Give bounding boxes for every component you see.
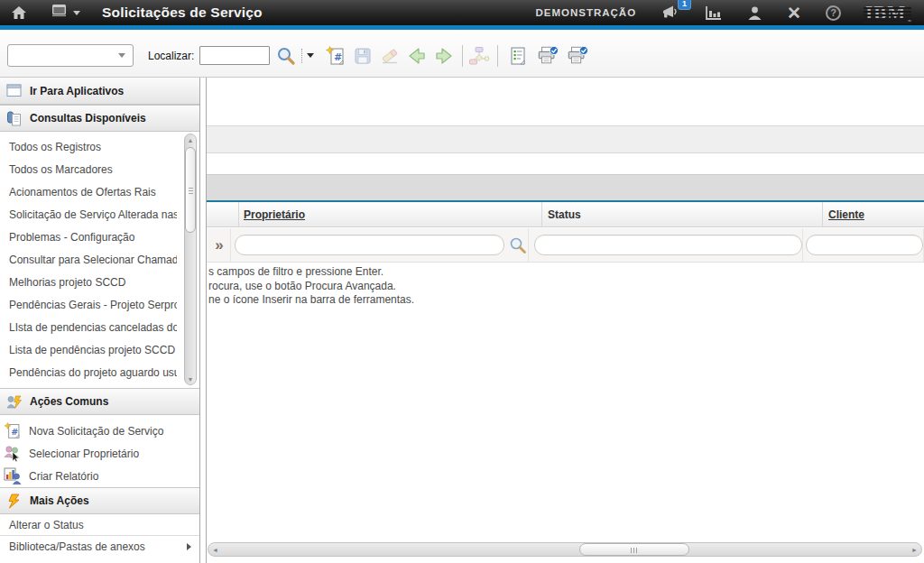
query-item[interactable]: Pendências Gerais - Projeto Serpro <box>0 294 177 317</box>
query-item[interactable]: Problemas - Configuração <box>0 226 177 249</box>
workflow-icon <box>468 46 490 66</box>
more-actions-list: Alterar o Status Biblioteca/Pastas de an… <box>0 514 199 558</box>
scrollbar-grip <box>631 548 639 553</box>
app-switcher-button[interactable] <box>51 4 80 22</box>
scroll-up-icon[interactable]: ▲ <box>185 134 196 145</box>
user-icon <box>747 5 762 21</box>
print-with-attachments-button[interactable] <box>567 45 588 67</box>
svg-text:#: # <box>11 427 18 437</box>
table-hint-text: s campos de filtro e pressione Enter. ro… <box>208 265 414 308</box>
action-create-report[interactable]: Criar Relatório <box>0 465 199 487</box>
sidebar-section-more-actions[interactable]: Mais Ações <box>0 487 199 514</box>
profile-button[interactable] <box>747 5 762 21</box>
scrollbar-thumb[interactable] <box>185 147 196 233</box>
record-dropdown[interactable] <box>7 44 134 67</box>
query-item[interactable]: Acionamentos de Ofertas Rais <box>0 181 177 204</box>
sidebar-section-common-actions[interactable]: Ações Comuns <box>0 388 199 415</box>
report-icon <box>509 46 527 66</box>
page-title: Solicitações de Serviço <box>102 5 263 21</box>
new-record-button[interactable]: # <box>325 45 346 67</box>
action-toolbar: Localizar: # <box>0 34 924 78</box>
workflow-button <box>468 45 490 67</box>
sidebar-section-label: Consultas Disponíveis <box>30 112 146 125</box>
action-select-owner[interactable]: Selecionar Proprietário <box>0 442 199 465</box>
print-button[interactable] <box>537 45 559 67</box>
sidebar-section-go-to-apps[interactable]: Ir Para Aplicativos <box>0 78 199 105</box>
table-filter-row: » <box>207 228 924 263</box>
search-options-button[interactable] <box>301 49 314 63</box>
filter-input-status[interactable] <box>534 235 802 255</box>
common-actions-icon <box>6 394 23 410</box>
filter-cell-status <box>529 228 803 262</box>
action-new-service-request[interactable]: # Nova Solicitação de Serviço <box>0 420 199 442</box>
topbar-right: DEMONSTRAÇÃO 1 <box>535 4 911 23</box>
previous-icon <box>407 46 427 66</box>
reports-button[interactable] <box>705 5 723 21</box>
chevron-down-icon <box>307 53 314 58</box>
search-icon <box>508 235 528 255</box>
submenu-arrow-icon <box>187 543 191 550</box>
query-item[interactable]: Consultar para Selecionar Chamado... <box>0 249 177 272</box>
query-item[interactable]: Todos os Marcadores <box>0 159 177 181</box>
filter-search-button[interactable] <box>508 235 528 255</box>
queries-icon <box>6 111 23 126</box>
query-item[interactable]: Melhorias projeto SCCD <box>0 272 177 294</box>
query-item[interactable]: LIsta de pendencias canceladas do p... <box>0 317 177 339</box>
filter-input-proprietario[interactable] <box>235 235 504 255</box>
run-reports-button[interactable] <box>507 45 529 67</box>
hint-line: rocura, use o botão Procura Avançada. <box>208 280 414 294</box>
column-header-proprietario: Proprietário <box>239 202 542 226</box>
queries-scrollbar[interactable]: ▲ ▼ <box>184 134 197 385</box>
filter-cell-proprietario <box>231 228 529 262</box>
app-window: Solicitações de Serviço DEMONSTRAÇÃO 1 <box>0 0 924 563</box>
action-label: Criar Relatório <box>29 470 98 483</box>
environment-label: DEMONSTRAÇÃO <box>535 7 636 18</box>
query-item[interactable]: Pendências do projeto aguardo usuário <box>0 362 177 384</box>
sidebar-section-available-queries[interactable]: Consultas Disponíveis <box>0 105 199 132</box>
find-input[interactable] <box>199 46 270 65</box>
filter-toggle-icon[interactable]: » <box>207 237 230 253</box>
find-button[interactable] <box>275 45 297 67</box>
scroll-right-icon[interactable]: ► <box>909 543 920 556</box>
query-item[interactable]: Lista de pendências projeto SCCD re... <box>0 339 177 362</box>
scrollbar-thumb[interactable] <box>579 543 689 556</box>
sidebar-section-label: Ações Comuns <box>30 395 108 408</box>
common-actions-list: # Nova Solicitação de Serviço <box>0 415 199 487</box>
scroll-left-icon[interactable]: ◄ <box>209 543 221 556</box>
action-change-status[interactable]: Alterar o Status <box>0 514 199 536</box>
select-owner-icon <box>4 445 22 462</box>
next-record-button[interactable] <box>433 45 455 67</box>
table-toolbar <box>207 174 924 200</box>
column-header-cliente: Cliente <box>823 202 924 226</box>
tabs-bar <box>207 125 924 153</box>
horizontal-scrollbar[interactable]: ◄ ► <box>208 542 922 557</box>
announcements-button[interactable]: 1 <box>661 5 680 21</box>
previous-record-button[interactable] <box>406 45 428 67</box>
hint-line: s campos de filtro e pressione Enter. <box>208 265 414 280</box>
filter-input-cliente[interactable] <box>806 235 923 255</box>
column-header-status: Status <box>542 202 823 226</box>
filter-cell-cliente <box>803 228 924 262</box>
window-icon <box>6 83 23 98</box>
query-item[interactable]: Solicitação de Serviço Alterada nas ú... <box>0 204 177 226</box>
svg-text:#: # <box>334 51 342 63</box>
action-label: Biblioteca/Pastas de anexos <box>9 540 145 553</box>
column-sort-link[interactable]: Proprietário <box>239 208 305 221</box>
chevron-down-icon <box>73 11 80 15</box>
table-header-row: Proprietário Status Cliente <box>207 200 924 227</box>
scroll-down-icon[interactable]: ▼ <box>185 374 196 384</box>
next-icon <box>434 46 454 66</box>
print-icon <box>537 45 559 66</box>
action-label: Nova Solicitação de Serviço <box>29 425 163 438</box>
create-report-icon <box>4 467 22 485</box>
action-attachments-library[interactable]: Biblioteca/Pastas de anexos <box>0 536 199 558</box>
query-item[interactable]: Todos os Registros <box>0 136 177 159</box>
home-icon[interactable] <box>11 5 27 20</box>
help-button[interactable]: ? <box>826 5 841 21</box>
column-sort-link[interactable]: Cliente <box>823 208 864 221</box>
close-icon[interactable]: ✕ <box>787 5 801 22</box>
save-icon <box>353 46 373 66</box>
app-switcher-icon <box>51 4 69 22</box>
queries-list: Todos os Registros Todos os Marcadores A… <box>0 132 199 388</box>
filter-toggle-cell: » <box>207 228 231 262</box>
